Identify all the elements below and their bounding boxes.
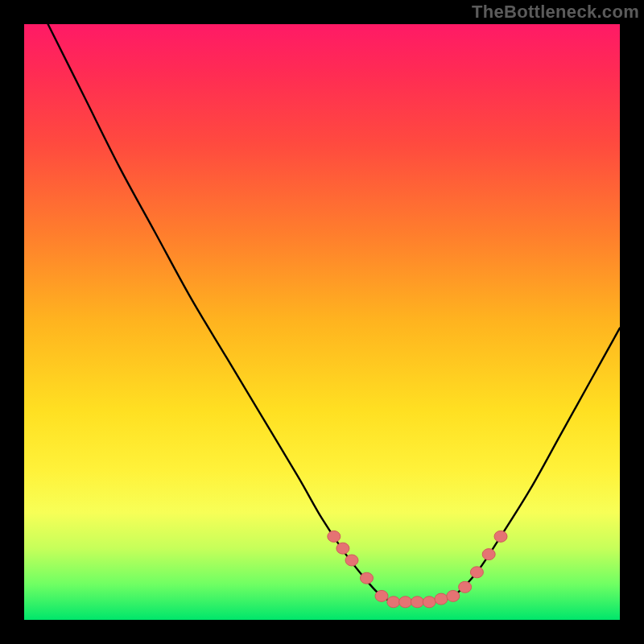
marker-point [375, 590, 388, 601]
chart-frame: TheBottleneck.com [0, 0, 644, 644]
marker-point [435, 593, 448, 605]
marker-point [361, 572, 374, 584]
plot-area [24, 24, 620, 620]
marker-point [459, 581, 472, 592]
marker-point [423, 597, 436, 608]
marker-group [328, 530, 507, 607]
attribution-text: TheBottleneck.com [472, 2, 639, 23]
marker-point [387, 597, 400, 608]
bottleneck-curve [48, 24, 620, 602]
marker-point [328, 530, 341, 542]
marker-point [482, 549, 495, 560]
marker-point [411, 597, 423, 608]
curve-layer [24, 24, 620, 620]
marker-point [494, 530, 507, 542]
marker-point [470, 567, 483, 578]
marker-point [336, 543, 349, 554]
marker-point [399, 597, 412, 608]
marker-point [447, 590, 460, 601]
marker-point [345, 555, 358, 566]
